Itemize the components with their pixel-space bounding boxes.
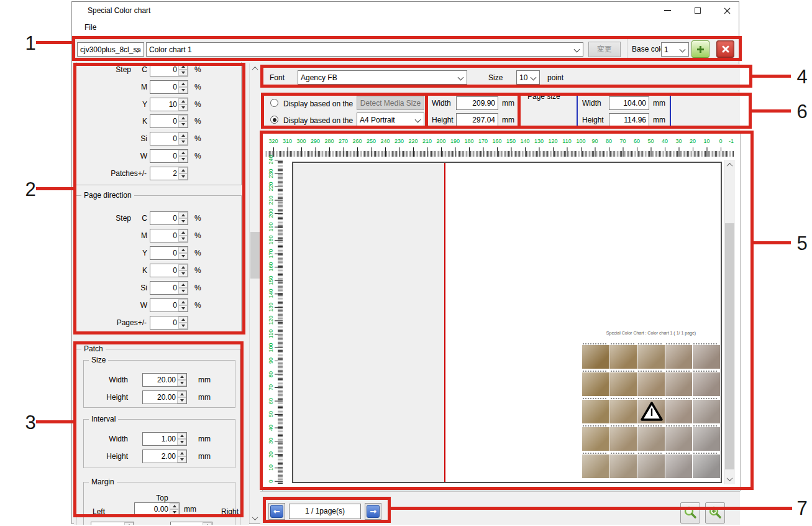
zoom-out-button[interactable] [680,502,700,524]
chevron-up-icon [252,67,258,73]
close-icon [724,7,731,14]
close-button[interactable] [716,4,737,17]
callout-number-4: 4 [794,66,810,88]
menu-bar: File [72,19,739,37]
minimize-icon [664,10,671,11]
callout-box-5 [260,131,754,490]
scroll-up-button[interactable] [250,63,260,74]
margin-bottom-up-button[interactable] [203,522,212,525]
callout-box-6 [261,93,752,129]
callout-line-7 [391,507,792,510]
callout-line-1 [36,41,72,44]
callout-number-3: 3 [22,412,39,434]
callout-box-7 [263,497,391,523]
spin-up-icon [127,524,131,525]
menu-item-file[interactable]: File [82,23,99,32]
callout-number-2: 2 [22,178,39,201]
callout-line-3 [36,420,73,423]
callout-line-2 [36,187,73,190]
callout-line-6 [752,109,791,113]
maximize-button[interactable] [687,4,708,17]
margin-left-up-button[interactable] [124,522,134,525]
callout-line-4 [752,75,791,78]
callout-box-4 [260,65,752,88]
callout-box-2 [73,63,245,335]
callout-number-7: 7 [794,497,810,520]
maximize-icon [695,7,701,14]
chevron-down-icon [252,514,258,520]
settings-scrollbar[interactable] [249,63,260,524]
callout-box-6-divider [425,93,428,129]
callout-box-3 [73,341,244,517]
spin-up-icon [206,524,209,525]
title-bar: Special Color chart [72,2,739,19]
screenshot-stage: Special Color chart File cjv300plus_8cl_… [0,0,812,526]
margin-left-buttons [124,522,134,525]
callout-number-1: 1 [22,32,39,55]
callout-line-5 [754,241,791,244]
callout-box-1 [72,36,742,61]
callout-number-6: 6 [794,101,810,123]
margin-left-spinner [91,522,134,525]
zoom-in-button[interactable] [705,502,725,524]
scroll-down-button[interactable] [250,513,260,524]
scrollbar-thumb[interactable] [250,232,260,279]
margin-bottom-buttons [203,522,212,525]
margin-bottom-spinner [170,522,212,525]
callout-number-5: 5 [794,233,810,255]
window-title: Special Color chart [88,6,150,15]
minimize-button[interactable] [657,4,678,17]
callout-box-6-divider [518,93,521,129]
